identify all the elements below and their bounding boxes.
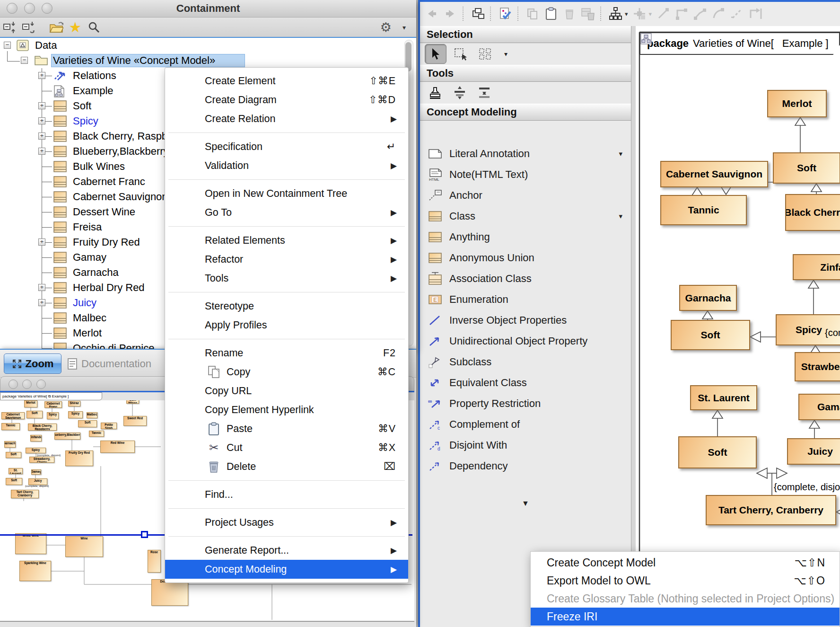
line-rectilinear-icon[interactable] [674,7,689,21]
menu-item-copy-url[interactable]: Copy URL [165,381,408,400]
settings-gear-icon[interactable]: ⚙ [380,20,392,35]
menu-item-validation[interactable]: Validation▶ [165,156,408,175]
selection-more-caret-icon[interactable]: ▾ [504,50,508,58]
center-view-icon[interactable] [632,7,647,21]
menu-item-copy-element-hyperlink[interactable]: Copy Element Hyperlink [165,400,408,419]
favorites-star-icon[interactable]: ★ [68,20,82,35]
containment-tree-icon[interactable] [471,7,485,21]
submenu-item-create-glossary-table-nothing-selected-in-project-options[interactable]: Create Glossary Table (Nothing selected … [531,590,840,608]
tree-row[interactable]: −Data [0,38,416,53]
delete-icon[interactable] [562,7,577,21]
expand-icon[interactable]: + [38,102,45,109]
expand-icon[interactable]: + [38,299,45,306]
distribute-center-button[interactable] [474,83,495,102]
collapse-all-recursive-icon[interactable] [22,20,36,35]
line-oblique-icon[interactable] [693,7,707,21]
collapse-all-icon[interactable] [3,20,17,35]
expand-icon[interactable]: + [38,72,45,79]
palette-item-complement-of[interactable]: cComplement of [420,414,631,435]
search-icon[interactable] [87,20,101,35]
stamp-tool-button[interactable] [425,83,446,102]
palette-item-caret-icon[interactable]: ▾ [619,150,622,158]
distribute-vertical-button[interactable] [449,83,470,102]
forward-icon[interactable] [443,7,457,21]
expand-icon[interactable]: + [38,238,45,246]
menu-item-paste[interactable]: Paste⌘V [165,419,408,438]
menu-item-generate-report[interactable]: Generate Report...▶ [165,541,408,560]
layout-tree-icon[interactable] [608,7,622,21]
class-box-black-cherry-raspberry[interactable]: Black Cherry, Raspberry [785,194,840,231]
expand-icon[interactable]: + [38,117,45,124]
class-box-soft[interactable]: Soft [678,436,757,468]
submenu-item-create-concept-model[interactable]: Create Concept Model⌥⇧N [531,554,840,572]
expand-icon[interactable]: + [38,284,45,291]
class-box-soft[interactable]: Soft [671,320,750,350]
submenu-item-export-model-to-owl[interactable]: Export Model to OWL⌥⇧O [531,572,840,590]
collapse-icon[interactable]: − [4,42,11,49]
path-arrow-icon[interactable] [748,7,762,21]
palette-item-disjoint-with[interactable]: dDisjoint With [420,435,631,456]
copy-icon[interactable] [525,7,540,21]
palette-item-property-restriction[interactable]: ∞Property Restriction [420,393,631,414]
validation-icon[interactable] [498,7,512,21]
viewport-handle[interactable] [141,531,148,538]
class-box-soft[interactable]: Soft [773,152,840,184]
menu-item-refactor[interactable]: Refactor▶ [165,250,408,269]
multi-select-button[interactable] [475,44,496,63]
menu-item-find[interactable]: Find... [165,485,408,504]
menu-item-create-relation[interactable]: Create Relation▶ [165,109,408,128]
expand-icon[interactable]: + [38,132,45,140]
line-straight-icon[interactable] [656,7,670,21]
submenu-item-freeze-iri[interactable]: Freeze IRI [531,608,840,626]
palette-more-icon[interactable]: ▼ [420,499,631,508]
containment-titlebar[interactable]: Containment [0,0,416,18]
class-box-zinfandel[interactable]: Zinfandel [793,254,840,280]
palette-item-inverse-object-properties[interactable]: Inverse Object Properties [420,310,631,331]
class-box-st-laurent[interactable]: St. Laurent [690,385,757,410]
settings-caret-icon[interactable]: ▾ [402,24,406,31]
menu-item-related-elements[interactable]: Related Elements▶ [165,231,408,250]
marquee-select-button[interactable] [450,44,471,63]
tree-row[interactable]: −Varieties of Wine «Concept Model» [0,53,416,68]
class-box-merlot[interactable]: Merlot [767,90,827,117]
class-box-juicy[interactable]: Juicy [787,438,840,465]
back-icon[interactable] [425,7,439,21]
class-box-gamay[interactable]: Gamay [798,394,840,420]
class-box-strawberry-cherry[interactable]: Strawberry, Cherry [795,352,840,381]
palette-item-unidirectional-object-property[interactable]: Unidirectional Object Property [420,331,631,352]
delete-view-icon[interactable] [581,7,595,21]
tab-documentation[interactable]: Documentation [67,353,151,374]
class-box-tart-cherry-cranberry[interactable]: Tart Cherry, Cranberry [706,495,836,525]
palette-item-anything[interactable]: Anything [420,227,631,247]
palette-item-anonymous-union[interactable]: Anonymous Union [420,247,631,268]
menu-item-apply-profiles[interactable]: Apply Profiles [165,316,408,335]
open-model-icon[interactable] [49,20,63,35]
paste-icon[interactable] [544,7,558,21]
palette-item-subclass[interactable]: Subclass [420,352,631,372]
palette-item-caret-icon[interactable]: ▾ [619,212,622,221]
menu-item-specification[interactable]: Specification↵ [165,137,408,156]
tab-zoom[interactable]: Zoom [4,353,61,374]
class-box-cabernet-sauvignon[interactable]: Cabernet Sauvignon [660,161,768,187]
palette-item-note-html-text[interactable]: HTMLNote(HTML Text) [420,164,631,185]
palette-item-class[interactable]: Class▾ [420,206,631,227]
menu-item-project-usages[interactable]: Project Usages▶ [165,513,408,532]
menu-item-cut[interactable]: ✂Cut⌘X [165,438,408,457]
class-box-tannic[interactable]: Tannic [660,195,747,225]
palette-item-literal-annotation[interactable]: Literal Annotation▾ [420,143,631,164]
center-view-caret-icon[interactable]: ▾ [649,10,652,18]
collapse-icon[interactable]: − [21,57,28,64]
palette-item-association-class[interactable]: Association Class [420,268,631,289]
menu-item-open-in-new-containment-tree[interactable]: Open in New Containment Tree [165,184,408,203]
menu-item-tools[interactable]: Tools▶ [165,269,408,288]
menu-item-create-element[interactable]: Create Element⇧⌘E [165,71,408,90]
menu-item-create-diagram[interactable]: Create Diagram⇧⌘D [165,90,408,109]
select-cursor-button[interactable] [425,44,446,64]
diagram-canvas[interactable]: package Varieties of Wine[ Example ] Mer… [636,26,840,627]
line-dashed-icon[interactable] [730,7,744,21]
menu-item-concept-modeling[interactable]: Concept Modeling▶ [165,560,408,579]
palette-item-enumeration[interactable]: EEnumeration [420,289,631,310]
palette-item-equivalent-class[interactable]: Equivalent Class [420,372,631,393]
layout-caret-icon[interactable]: ▾ [625,10,628,18]
line-curved-icon[interactable] [711,7,726,21]
